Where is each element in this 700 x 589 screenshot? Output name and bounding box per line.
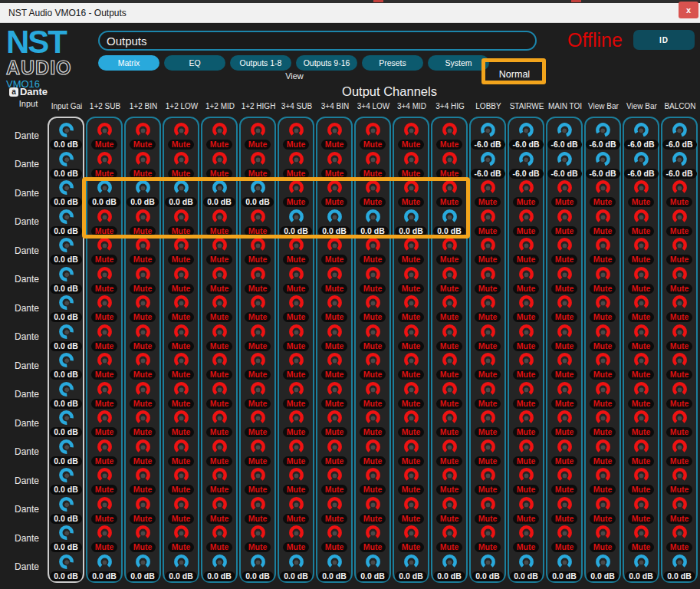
matrix-cell[interactable]: Mute [87, 265, 121, 294]
matrix-cell[interactable]: Mute [279, 179, 313, 208]
matrix-cell[interactable]: -6.0 dB [624, 150, 658, 179]
matrix-cell[interactable]: Mute [202, 294, 236, 323]
matrix-cell[interactable]: Mute [202, 351, 236, 380]
matrix-cell[interactable]: Mute [586, 466, 619, 495]
matrix-cell[interactable]: Mute [662, 495, 696, 525]
matrix-cell[interactable]: 0.0 dB [471, 553, 504, 582]
matrix-cell[interactable]: Mute [279, 150, 313, 179]
matrix-cell[interactable]: -6.0 dB [471, 150, 504, 179]
matrix-cell[interactable]: Mute [624, 265, 658, 294]
matrix-cell[interactable]: 0.0 dB [317, 553, 351, 582]
matrix-cell[interactable]: Mute [126, 351, 159, 380]
matrix-cell[interactable]: Mute [241, 323, 274, 352]
matrix-cell[interactable]: Mute [202, 380, 236, 410]
matrix-cell[interactable]: Mute [471, 351, 504, 380]
matrix-cell[interactable]: Mute [126, 438, 159, 467]
matrix-cell[interactable]: Mute [624, 179, 658, 208]
matrix-cell[interactable]: Mute [662, 179, 696, 208]
matrix-cell[interactable]: Mute [202, 208, 236, 237]
matrix-cell[interactable]: Mute [87, 121, 121, 150]
matrix-cell[interactable]: Mute [87, 524, 121, 553]
matrix-cell[interactable]: Mute [356, 466, 389, 495]
matrix-cell[interactable]: Mute [279, 351, 313, 380]
matrix-cell[interactable]: Mute [394, 236, 428, 265]
matrix-cell[interactable]: Mute [317, 351, 351, 380]
matrix-cell[interactable]: Mute [432, 438, 466, 467]
matrix-cell[interactable]: Mute [586, 495, 619, 525]
input-gain-cell[interactable]: 0.0 dB [49, 553, 83, 582]
matrix-cell[interactable]: Mute [394, 150, 428, 179]
matrix-cell[interactable]: Mute [317, 495, 351, 525]
matrix-cell[interactable]: Mute [126, 524, 159, 553]
matrix-cell[interactable]: Mute [126, 208, 159, 237]
matrix-cell[interactable]: Mute [202, 323, 236, 352]
matrix-cell[interactable]: Mute [164, 121, 198, 150]
matrix-cell[interactable]: Mute [356, 265, 389, 294]
matrix-cell[interactable]: Mute [586, 409, 619, 438]
matrix-cell[interactable]: Mute [432, 351, 466, 380]
matrix-cell[interactable]: Mute [394, 121, 428, 150]
matrix-cell[interactable]: Mute [241, 495, 274, 525]
matrix-cell[interactable]: -6.0 dB [547, 121, 581, 150]
matrix-cell[interactable]: Mute [586, 438, 619, 467]
matrix-cell[interactable]: Mute [87, 208, 121, 237]
matrix-cell[interactable]: Mute [356, 179, 389, 208]
matrix-cell[interactable]: Mute [126, 150, 159, 179]
matrix-cell[interactable]: Mute [471, 380, 504, 410]
matrix-cell[interactable]: Mute [432, 294, 466, 323]
matrix-cell[interactable]: Mute [471, 236, 504, 265]
matrix-cell[interactable]: 0.0 dB [624, 553, 658, 582]
matrix-cell[interactable]: -6.0 dB [509, 121, 543, 150]
matrix-cell[interactable]: Mute [432, 121, 466, 150]
matrix-cell[interactable]: Mute [202, 150, 236, 179]
matrix-cell[interactable]: Mute [624, 351, 658, 380]
matrix-cell[interactable]: Mute [356, 351, 389, 380]
matrix-cell[interactable]: Mute [317, 294, 351, 323]
matrix-cell[interactable]: -6.0 dB [547, 150, 581, 179]
matrix-cell[interactable]: 0.0 dB [432, 208, 466, 237]
matrix-cell[interactable]: Mute [547, 265, 581, 294]
matrix-cell[interactable]: Mute [547, 438, 581, 467]
matrix-cell[interactable]: Mute [394, 495, 428, 525]
matrix-cell[interactable]: Mute [87, 466, 121, 495]
matrix-cell[interactable]: Mute [356, 409, 389, 438]
matrix-cell[interactable]: Mute [164, 409, 198, 438]
matrix-cell[interactable]: Mute [662, 524, 696, 553]
matrix-cell[interactable]: 0.0 dB [126, 179, 159, 208]
matrix-cell[interactable]: Mute [317, 150, 351, 179]
matrix-cell[interactable]: Mute [87, 236, 121, 265]
matrix-cell[interactable]: Mute [547, 294, 581, 323]
input-gain-cell[interactable]: 0.0 dB [49, 179, 83, 208]
matrix-cell[interactable]: Mute [432, 323, 466, 352]
id-button[interactable]: ID [633, 30, 695, 50]
matrix-cell[interactable]: Mute [471, 524, 504, 553]
matrix-cell[interactable]: Mute [662, 351, 696, 380]
matrix-cell[interactable]: Mute [241, 524, 274, 553]
matrix-cell[interactable]: Mute [317, 380, 351, 410]
matrix-cell[interactable]: -6.0 dB [662, 121, 696, 150]
matrix-cell[interactable]: Mute [279, 438, 313, 467]
matrix-cell[interactable]: Mute [317, 524, 351, 553]
matrix-cell[interactable]: Mute [87, 438, 121, 467]
matrix-cell[interactable]: Mute [662, 438, 696, 467]
matrix-cell[interactable]: Mute [356, 323, 389, 352]
matrix-cell[interactable]: Mute [164, 150, 198, 179]
matrix-cell[interactable]: Mute [164, 466, 198, 495]
matrix-cell[interactable]: Mute [509, 409, 543, 438]
matrix-cell[interactable]: Mute [126, 495, 159, 525]
matrix-cell[interactable]: Mute [356, 150, 389, 179]
matrix-cell[interactable]: Mute [241, 409, 274, 438]
matrix-cell[interactable]: Mute [547, 179, 581, 208]
matrix-cell[interactable]: Mute [317, 409, 351, 438]
matrix-cell[interactable]: Mute [547, 323, 581, 352]
matrix-cell[interactable]: 0.0 dB [356, 208, 389, 237]
matrix-cell[interactable]: Mute [547, 236, 581, 265]
matrix-cell[interactable]: Mute [202, 236, 236, 265]
close-button[interactable]: x [679, 2, 698, 18]
matrix-cell[interactable]: Mute [202, 495, 236, 525]
matrix-cell[interactable]: 0.0 dB [164, 179, 198, 208]
matrix-cell[interactable]: Mute [586, 208, 619, 237]
matrix-cell[interactable]: Mute [202, 265, 236, 294]
matrix-cell[interactable]: Mute [394, 409, 428, 438]
input-gain-cell[interactable]: 0.0 dB [49, 466, 83, 495]
